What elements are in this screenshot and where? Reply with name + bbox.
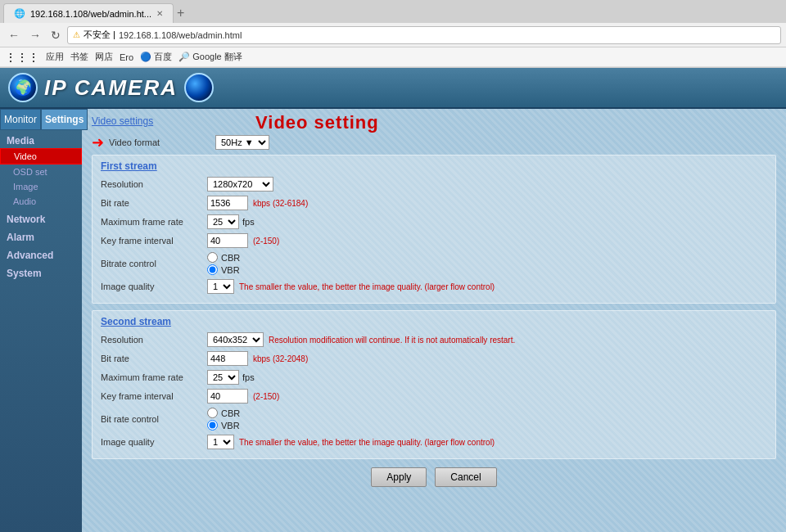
second-cbr-item: CBR <box>207 408 240 418</box>
sidebar: Monitor Settings Media Video OSD set Ima… <box>0 109 82 532</box>
sidebar-item-image[interactable]: Image <box>0 179 82 194</box>
bookmark-item-2[interactable]: 网店 <box>95 51 113 63</box>
second-keyframe-hint: (2-150) <box>253 392 279 401</box>
tab-bar: 🌐 192.168.1.108/web/admin.ht... ✕ + <box>0 0 786 23</box>
sidebar-alarm-label[interactable]: Alarm <box>0 227 82 245</box>
second-resolution-hint: Resolution modification will continue. I… <box>269 336 515 345</box>
apps-icon[interactable]: ⋮⋮⋮ <box>5 51 39 64</box>
sidebar-media-label[interactable]: Media <box>0 130 82 148</box>
sidebar-item-osd[interactable]: OSD set <box>0 165 82 179</box>
first-bitrate-hint: kbps (32-6184) <box>253 199 308 208</box>
first-vbr-item: VBR <box>207 264 240 275</box>
second-bitratecontrol-group: CBR VBR <box>207 408 240 431</box>
content-area: Video settings Video setting ➜ Video for… <box>82 109 786 532</box>
second-cbr-label: CBR <box>221 408 240 418</box>
cancel-button[interactable]: Cancel <box>435 467 496 487</box>
second-maxfps-select[interactable]: 253015 <box>207 370 239 385</box>
first-cbr-radio[interactable] <box>207 252 218 263</box>
second-vbr-item: VBR <box>207 420 240 431</box>
second-bitrate-row: Bit rate kbps (32-2048) <box>101 351 767 366</box>
second-stream-title[interactable]: Second stream <box>101 316 767 327</box>
back-button[interactable]: ← <box>5 27 23 43</box>
first-stream-section: First stream Resolution 1280x720 1920x10… <box>92 155 776 304</box>
main-layout: Monitor Settings Media Video OSD set Ima… <box>0 109 786 532</box>
first-bitratecontrol-group: CBR VBR <box>207 252 240 275</box>
second-vbr-label: VBR <box>221 421 240 431</box>
first-maxfps-label: Maximum frame rate <box>101 217 207 227</box>
video-setting-title: Video setting <box>255 112 379 133</box>
apply-button[interactable]: Apply <box>371 467 427 487</box>
new-tab-button[interactable]: + <box>177 7 184 20</box>
sidebar-item-video[interactable]: Video <box>0 148 82 165</box>
bookmark-item-1[interactable]: 书签 <box>70 51 88 63</box>
second-resolution-select[interactable]: 640x352 320x240 160x120 <box>207 332 264 347</box>
second-resolution-label: Resolution <box>101 335 207 345</box>
tab-title: 192.168.1.108/web/admin.ht... <box>30 9 151 19</box>
btn-bar: Apply Cancel <box>92 467 776 487</box>
second-bitratecontrol-label: Bit rate control <box>101 414 207 424</box>
second-bitratecontrol-row: Bit rate control CBR VBR <box>101 408 767 431</box>
second-quality-row: Image quality 123456 The smaller the val… <box>101 435 767 449</box>
monitor-nav-btn[interactable]: Monitor <box>0 109 41 130</box>
tab-favicon: 🌐 <box>14 8 25 19</box>
first-resolution-label: Resolution <box>101 179 207 189</box>
close-tab-icon[interactable]: ✕ <box>156 9 163 18</box>
second-maxfps-label: Maximum frame rate <box>101 372 207 382</box>
second-fps-unit: fps <box>242 372 255 382</box>
second-quality-select[interactable]: 123456 <box>207 435 234 449</box>
forward-button[interactable]: → <box>26 27 44 43</box>
cam-header: 🌍 IP CAMERA <box>0 68 786 109</box>
second-cbr-radio[interactable] <box>207 408 218 418</box>
second-keyframe-input[interactable] <box>207 389 248 404</box>
first-quality-label: Image quality <box>101 282 207 291</box>
first-bitrate-label: Bit rate <box>101 198 207 208</box>
video-format-select[interactable]: 50Hz ▼ 60Hz <box>215 135 269 150</box>
first-quality-hint: The smaller the value, the better the im… <box>239 282 495 291</box>
first-resolution-row: Resolution 1280x720 1920x1080 640x480 <box>101 177 767 192</box>
second-bitrate-input[interactable] <box>207 351 248 366</box>
cam-title: IP CAMERA <box>44 75 178 101</box>
settings-nav-btn[interactable]: Settings <box>41 109 88 130</box>
nav-bar: ← → ↻ ⚠ 不安全 | 192.168.1.108/web/admin.ht… <box>0 23 786 47</box>
second-keyframe-row: Key frame interval (2-150) <box>101 389 767 404</box>
bookmark-item-0[interactable]: 应用 <box>46 51 64 63</box>
bookmark-item-3[interactable]: Ero <box>120 52 133 62</box>
sidebar-advanced-label[interactable]: Advanced <box>0 245 82 263</box>
bookmarks-bar: ⋮⋮⋮ 应用 书签 网店 Ero 🔵 百度 🔎 Google 翻译 <box>0 47 786 67</box>
first-bitrate-input[interactable] <box>207 196 248 210</box>
page-content: 🌍 IP CAMERA Monitor Settings Media Video… <box>0 68 786 532</box>
first-maxfps-select[interactable]: 25 30 15 <box>207 214 239 229</box>
video-settings-link[interactable]: Video settings <box>92 115 776 127</box>
first-quality-select[interactable]: 123456 <box>207 279 234 294</box>
bookmark-item-5[interactable]: 🔎 Google 翻译 <box>178 51 242 63</box>
first-stream-title[interactable]: First stream <box>101 160 767 172</box>
logo-globe-left: 🌍 <box>8 73 38 102</box>
first-bitrate-row: Bit rate kbps (32-6184) <box>101 196 767 210</box>
bookmark-item-4[interactable]: 🔵 百度 <box>140 51 172 63</box>
url-bar[interactable]: ⚠ 不安全 | 192.168.1.108/web/admin.html <box>67 26 781 44</box>
first-vbr-label: VBR <box>221 265 240 275</box>
second-quality-hint: The smaller the value, the better the im… <box>239 438 495 447</box>
second-stream-section: Second stream Resolution 640x352 320x240… <box>92 310 776 459</box>
first-maxfps-row: Maximum frame rate 25 30 15 fps <box>101 214 767 229</box>
second-bitrate-label: Bit rate <box>101 354 207 363</box>
logo-globe-right <box>184 73 214 102</box>
reload-button[interactable]: ↻ <box>47 27 64 43</box>
second-vbr-radio[interactable] <box>207 420 218 431</box>
lock-icon: ⚠ <box>73 30 80 39</box>
sidebar-system-label[interactable]: System <box>0 263 82 281</box>
first-bitratecontrol-row: Bitrate control CBR VBR <box>101 252 767 275</box>
first-keyframe-input[interactable] <box>207 233 248 248</box>
top-nav: Monitor Settings <box>0 109 82 130</box>
first-resolution-select[interactable]: 1280x720 1920x1080 640x480 <box>207 177 273 192</box>
sidebar-item-audio[interactable]: Audio <box>0 194 82 209</box>
active-tab[interactable]: 🌐 192.168.1.108/web/admin.ht... ✕ <box>3 3 174 23</box>
sidebar-network-label[interactable]: Network <box>0 209 82 227</box>
first-keyframe-row: Key frame interval (2-150) <box>101 233 767 248</box>
browser-chrome: 🌐 192.168.1.108/web/admin.ht... ✕ + ← → … <box>0 0 786 68</box>
first-keyframe-hint: (2-150) <box>253 237 279 246</box>
first-cbr-label: CBR <box>221 253 240 263</box>
second-bitrate-hint: kbps (32-2048) <box>253 354 308 363</box>
first-vbr-radio[interactable] <box>207 264 218 275</box>
url-text: 192.168.1.108/web/admin.html <box>119 30 242 40</box>
